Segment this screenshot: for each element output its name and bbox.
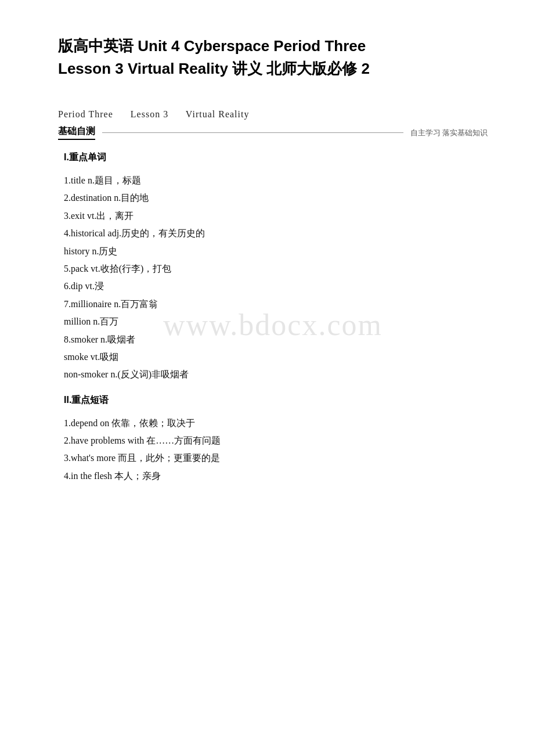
list-item: 6.dip vt.浸	[64, 278, 482, 295]
title-line1: 版高中英语 Unit 4 Cyberspace Period Three	[58, 35, 488, 57]
list-item: 1.title n.题目，标题	[64, 172, 482, 189]
subtitle-period: Period Three	[58, 109, 113, 119]
section-header-right-text: 自主学习 落实基础知识	[410, 128, 488, 138]
subtitle-lesson: Lesson 3	[131, 109, 168, 119]
list-item: 4.historical adj.历史的，有关历史的	[64, 225, 482, 242]
section2-items: 1.depend on 依靠，依赖；取决于 2.have problems wi…	[64, 415, 482, 485]
subtitle-topic: Virtual Reality	[186, 109, 250, 119]
list-item: history n.历史	[64, 243, 482, 260]
list-item: million n.百万	[64, 313, 482, 330]
content-block: I.重点单词 1.title n.题目，标题 2.destination n.目…	[58, 152, 488, 485]
page-wrapper: 版高中英语 Unit 4 Cyberspace Period Three Les…	[58, 35, 488, 485]
list-item: 2.have problems with 在……方面有问题	[64, 432, 482, 449]
section1-items: 1.title n.题目，标题 2.destination n.目的地 3.ex…	[64, 172, 482, 384]
section-header-label: 基础自测	[58, 125, 95, 140]
list-item: 8.smoker n.吸烟者	[64, 331, 482, 348]
section2-title: II.重点短语	[64, 394, 482, 406]
list-item: non-smoker n.(反义词)非吸烟者	[64, 366, 482, 383]
section1-title: I.重点单词	[64, 152, 482, 164]
list-item: 5.pack vt.收拾(行李)，打包	[64, 260, 482, 278]
list-item: 3.exit vt.出，离开	[64, 207, 482, 225]
subtitle-line: Period Three Lesson 3 Virtual Reality	[58, 109, 488, 120]
section-header-divider	[102, 132, 403, 133]
section-header: 基础自测 自主学习 落实基础知识	[58, 125, 488, 140]
list-item: 2.destination n.目的地	[64, 189, 482, 207]
main-title: 版高中英语 Unit 4 Cyberspace Period Three Les…	[58, 35, 488, 80]
title-line2: Lesson 3 Virtual Reality 讲义 北师大版必修 2	[58, 57, 488, 80]
list-item: smoke vt.吸烟	[64, 348, 482, 366]
list-item: 1.depend on 依靠，依赖；取决于	[64, 415, 482, 432]
list-item: 3.what's more 而且，此外；更重要的是	[64, 449, 482, 467]
list-item: 7.millionaire n.百万富翁	[64, 296, 482, 313]
list-item: 4.in the flesh 本人；亲身	[64, 467, 482, 485]
